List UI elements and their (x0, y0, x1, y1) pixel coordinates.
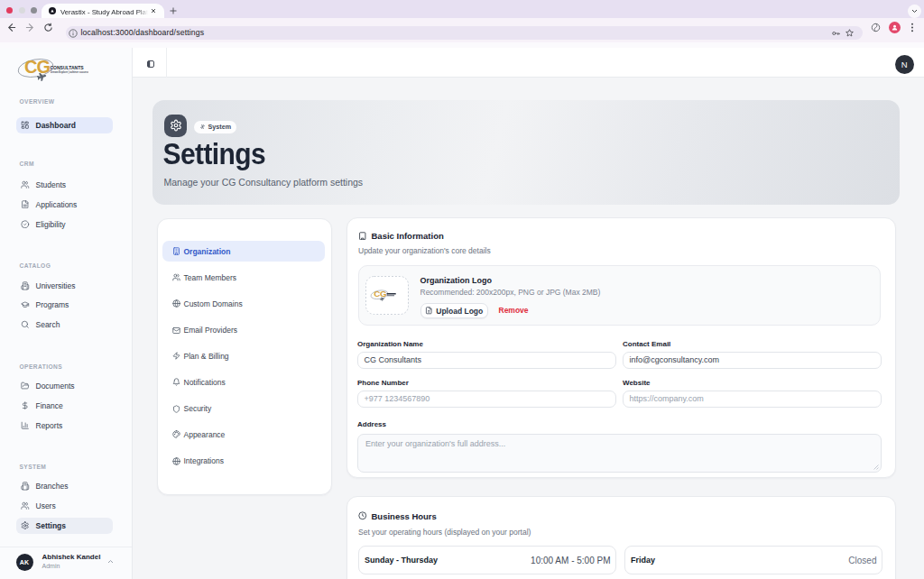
svg-text:Dream Explore | achieve succes: Dream Explore | achieve success (51, 70, 88, 74)
svg-text:CONSULTANTS: CONSULTANTS (51, 65, 85, 70)
svg-text:CG: CG (24, 57, 50, 77)
svg-text:CG: CG (374, 289, 386, 299)
